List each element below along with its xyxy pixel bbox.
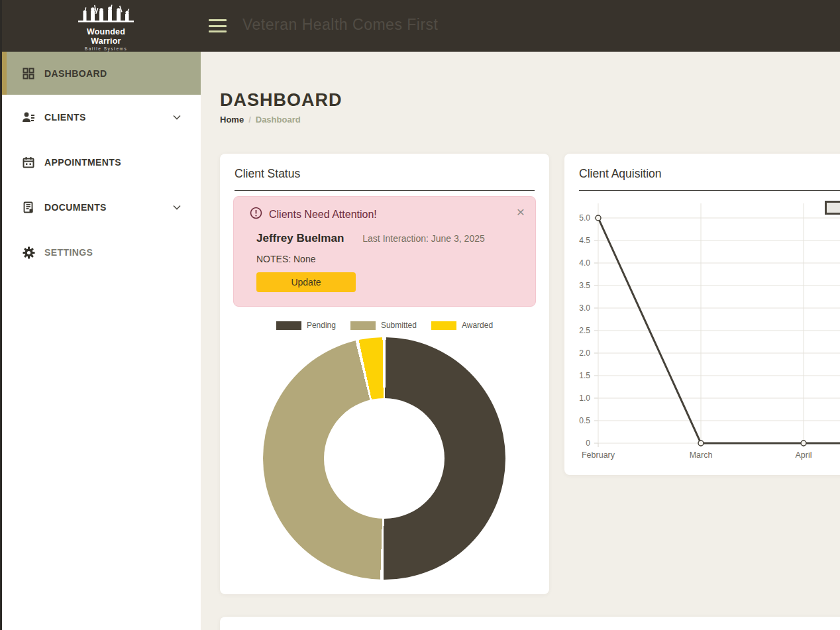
client-status-card: Client Status Clients Need Attention! × … [220,154,549,594]
breadcrumb-current: Dashboard [256,115,301,125]
legend-swatch [431,321,456,330]
svg-text:February: February [582,450,615,460]
sidebar-item-dashboard[interactable]: DASHBOARD [0,52,201,95]
legend-item-awarded[interactable]: Awarded [431,321,493,330]
svg-text:1.5: 1.5 [579,371,590,380]
bottom-card-partial [220,617,840,630]
client-name: Jeffrey Buelman [256,232,344,245]
svg-text:5.0: 5.0 [579,213,590,223]
legend-label: Pending [307,321,336,330]
card-title: Client Status [220,154,549,190]
dashboard-grid-icon [22,67,35,80]
client-notes: NOTES: None [256,254,522,264]
legend-swatch [350,321,376,330]
sidebar-item-label: CLIENTS [44,112,86,123]
chevron-down-icon [172,112,182,123]
legend-item-pending[interactable]: Pending [276,321,336,330]
client-acquisition-card: Client Aquisition 00.51.01.52.02.53.03.5… [564,154,840,475]
app-logo[interactable]: Wounded Warrior Battle Systems [73,4,139,51]
card-title-divider [235,190,535,191]
svg-text:April: April [795,450,812,460]
breadcrumb-home-link[interactable]: Home [220,115,244,125]
client-status-donut-chart [263,337,505,580]
sidebar-item-documents[interactable]: DOCUMENTS [0,185,201,230]
alert-exclamation-icon [250,207,262,222]
svg-text:March: March [690,450,713,460]
logo-subtitle: Battle Systems [73,46,139,51]
page-title: DASHBOARD [220,90,342,111]
sidebar-item-clients[interactable]: CLIENTS [0,95,201,140]
svg-text:4.5: 4.5 [579,236,590,245]
legend-swatch [276,321,301,330]
document-icon [22,201,35,214]
sidebar-item-label: SETTINGS [44,247,93,258]
sidebar-item-label: DOCUMENTS [44,202,107,213]
sidebar-item-label: DASHBOARD [44,68,107,79]
legend-label: Submitted [381,321,417,330]
alert-title: Clients Need Attention! [269,209,377,221]
chevron-down-icon [172,202,182,213]
acquisition-line-chart: 00.51.01.52.02.53.03.54.04.55.0FebruaryM… [564,154,840,475]
gear-icon [22,246,35,259]
svg-text:3.5: 3.5 [579,281,590,290]
svg-text:0: 0 [586,439,590,448]
sidebar-item-settings[interactable]: SETTINGS [0,230,201,275]
update-button[interactable]: Update [256,272,356,292]
page-left-edge [0,0,2,630]
breadcrumb: Home/Dashboard [220,115,301,125]
clients-person-icon [22,111,35,124]
header-title: Veteran Health Comes First [242,16,439,34]
attention-alert: Clients Need Attention! × Jeffrey Buelma… [233,196,536,307]
svg-text:2.0: 2.0 [579,348,590,358]
donut-legend: Pending Submitted Awarded [220,321,549,330]
legend-item-submitted[interactable]: Submitted [350,321,417,330]
svg-text:4.0: 4.0 [579,258,590,268]
sidebar-item-appointments[interactable]: APPOINTMENTS [0,140,201,185]
legend-label: Awarded [462,321,493,330]
sidebar: DASHBOARD CLIENTS APPOINTMENTS [0,52,201,630]
svg-text:1.0: 1.0 [579,394,590,403]
sidebar-item-label: APPOINTMENTS [44,157,121,168]
svg-text:2.5: 2.5 [579,326,590,335]
close-icon[interactable]: × [517,205,525,219]
logo-soldiers-icon [77,15,135,26]
acquisition-legend-swatch[interactable] [825,201,840,215]
breadcrumb-separator: / [248,115,251,125]
svg-text:0.5: 0.5 [579,416,590,425]
svg-text:3.0: 3.0 [579,303,590,313]
calendar-icon [22,156,35,169]
last-interaction: Last Interaction: June 3, 2025 [362,233,484,244]
menu-toggle-button[interactable] [209,18,227,34]
app-header: Wounded Warrior Battle Systems Veteran H… [0,0,840,52]
logo-title: Wounded Warrior [73,27,139,46]
